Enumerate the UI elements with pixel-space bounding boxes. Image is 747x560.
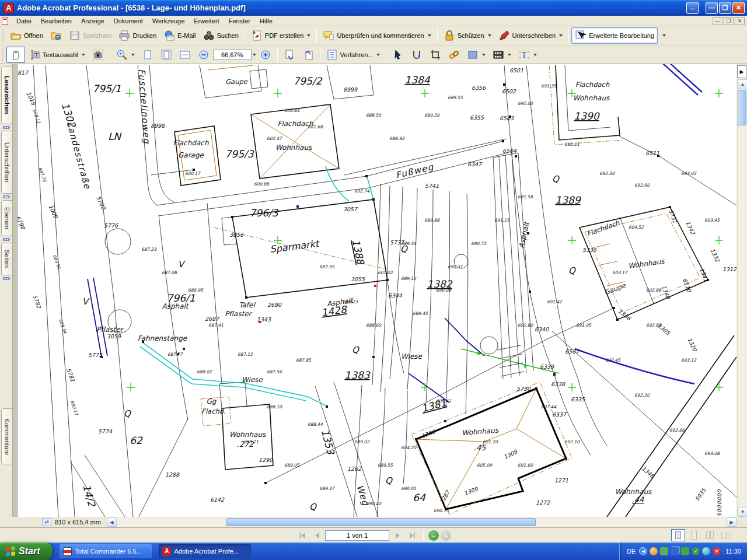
menu-bearbeiten[interactable]: Bearbeiten <box>36 16 76 26</box>
scroll-left-button[interactable]: ◀ <box>107 517 117 527</box>
tab-unterschriften[interactable]: Unterschriften <box>1 131 12 194</box>
continuous-facing-layout-button[interactable] <box>703 529 717 541</box>
process-button[interactable]: Verfahren... <box>323 47 384 63</box>
process-dropdown[interactable] <box>376 54 380 56</box>
touchup-dropdown[interactable] <box>533 54 537 56</box>
form-field-dropdown[interactable] <box>482 54 486 56</box>
antivirus-tray-icon[interactable] <box>650 547 658 555</box>
open-button[interactable]: Öffnen <box>6 27 47 44</box>
protect-dropdown[interactable] <box>488 34 491 37</box>
hand-tool-button[interactable] <box>6 47 25 63</box>
tab-lesezeichen[interactable]: Lesezeichen <box>1 66 12 124</box>
zoom-level-dropdown[interactable] <box>253 54 256 56</box>
create-pdf-button[interactable]: PDF erstellen <box>247 27 315 44</box>
scroll-right-button[interactable]: ▶ <box>727 517 736 527</box>
menu-anzeige[interactable]: Anzeige <box>76 16 109 26</box>
page-number-input[interactable]: 1 von 1 <box>325 530 389 541</box>
advanced-editing-button[interactable]: Erweiterte Bearbeitung <box>571 27 658 44</box>
menu-dokument[interactable]: Dokument <box>109 16 148 26</box>
create-pdf-dropdown[interactable] <box>307 34 310 37</box>
close-button[interactable]: ✕ <box>732 2 745 14</box>
taskbar-item-total-commander[interactable]: Total Commander 5.5... <box>60 544 152 558</box>
next-page-button[interactable] <box>391 530 404 541</box>
zoom-in-button[interactable] <box>256 47 275 63</box>
language-indicator[interactable]: DE <box>627 548 636 555</box>
zoom-out-button[interactable] <box>194 47 213 63</box>
next-view-button[interactable] <box>299 47 317 63</box>
advanced-editing-dropdown[interactable] <box>658 32 669 39</box>
last-page-button[interactable] <box>406 530 418 541</box>
organizer-button[interactable] <box>47 27 65 44</box>
alert-shield-icon[interactable]: ✕ <box>713 547 721 555</box>
pdf-page-canvas[interactable]: 795/1795/2795/3796/3796/1138413901389138… <box>18 64 736 517</box>
tab-ebenen[interactable]: Ebenen <box>1 200 12 236</box>
previous-page-button[interactable] <box>310 530 323 541</box>
single-page-layout-button[interactable] <box>671 529 685 541</box>
restore-button[interactable]: ❐ <box>719 2 731 14</box>
protect-button[interactable]: Schützen <box>440 27 495 44</box>
zoom-level-input[interactable]: 66,67% <box>213 50 252 60</box>
network-tray-icon[interactable] <box>671 547 679 555</box>
review-dropdown[interactable] <box>428 34 431 37</box>
child-minimize-button[interactable]: — <box>713 17 722 25</box>
horizontal-scroll-thumb[interactable] <box>226 518 536 526</box>
text-select-dropdown[interactable] <box>82 54 85 56</box>
messenger-tray-icon[interactable] <box>702 547 710 555</box>
zoom-in-tool-button[interactable] <box>113 47 138 63</box>
continuous-layout-button[interactable] <box>687 529 701 541</box>
menu-werkzeuge[interactable]: Werkzeuge <box>148 16 189 26</box>
snapshot-button[interactable] <box>89 47 107 63</box>
minimize-button[interactable]: — <box>706 2 718 14</box>
security-shield-icon[interactable]: ✓ <box>692 547 700 555</box>
child-close-button[interactable]: ✕ <box>735 17 745 25</box>
email-button[interactable]: E-Mail <box>160 27 199 44</box>
crop-tool-button[interactable] <box>426 47 445 63</box>
facing-layout-button[interactable] <box>718 529 732 541</box>
svg-text:1341: 1341 <box>699 267 710 282</box>
menu-datei[interactable]: Datei <box>12 16 36 26</box>
print-button[interactable]: Drucken <box>115 27 160 44</box>
sign-dropdown[interactable] <box>559 34 563 37</box>
toolbar-grip[interactable] <box>2 29 5 42</box>
menu-fenster[interactable]: Fenster <box>224 16 255 26</box>
touchup-text-button[interactable]: T <box>515 47 540 63</box>
vertical-scrollbar[interactable]: ▲ ▼ <box>737 79 747 517</box>
child-restore-button[interactable]: ❐ <box>724 17 734 25</box>
previous-view-button[interactable] <box>280 47 299 63</box>
tab-kommentare[interactable]: Kommentare <box>1 408 12 464</box>
search-button[interactable]: Suchen <box>200 27 242 44</box>
next-view-nav-button[interactable]: → <box>441 530 451 541</box>
horizontal-scrollbar[interactable]: ◀ ▶ <box>107 517 736 527</box>
article-tool-button[interactable] <box>407 47 426 63</box>
menu-hilfe[interactable]: Hilfe <box>255 16 277 26</box>
zoom-tool-dropdown[interactable] <box>131 54 135 56</box>
actual-size-button[interactable] <box>138 47 157 63</box>
fit-width-button[interactable] <box>176 47 194 63</box>
usb-tray-icon[interactable] <box>681 547 689 555</box>
update-tray-icon[interactable] <box>660 547 668 555</box>
taskbar-item-acrobat[interactable]: A Adobe Acrobat Profe... <box>159 544 251 558</box>
taskbar-clock[interactable]: 11:30 <box>725 548 741 555</box>
menu-erweitert[interactable]: Erweitert <box>189 16 224 26</box>
hide-icons-chevron-icon[interactable]: ◄ <box>639 547 647 555</box>
vertical-scroll-thumb[interactable] <box>738 90 746 125</box>
pane-toggle-button[interactable]: ▶ <box>737 65 746 78</box>
first-page-button[interactable] <box>296 530 309 541</box>
scroll-down-button[interactable]: ▼ <box>738 507 747 517</box>
toolbar-grip[interactable] <box>2 48 5 61</box>
form-field-button[interactable] <box>463 47 489 63</box>
select-object-button[interactable] <box>389 47 407 63</box>
movie-dropdown[interactable] <box>508 54 511 56</box>
scroll-up-button[interactable]: ▲ <box>738 79 747 89</box>
previous-view-nav-button[interactable]: ← <box>428 530 439 541</box>
start-button[interactable]: Start <box>0 542 53 560</box>
save-button[interactable]: Speichern <box>65 27 116 44</box>
movie-tool-button[interactable] <box>489 47 515 63</box>
review-comment-button[interactable]: Überprüfen und kommentieren <box>319 27 434 44</box>
fit-page-button[interactable] <box>157 47 176 63</box>
text-select-button[interactable]: T Textauswahl <box>25 47 89 63</box>
sign-button[interactable]: Unterschreiben <box>495 27 567 44</box>
spread-window-button[interactable]: ↔ <box>686 2 699 14</box>
link-tool-button[interactable] <box>445 47 463 63</box>
tab-seiten[interactable]: Seiten <box>1 243 12 275</box>
